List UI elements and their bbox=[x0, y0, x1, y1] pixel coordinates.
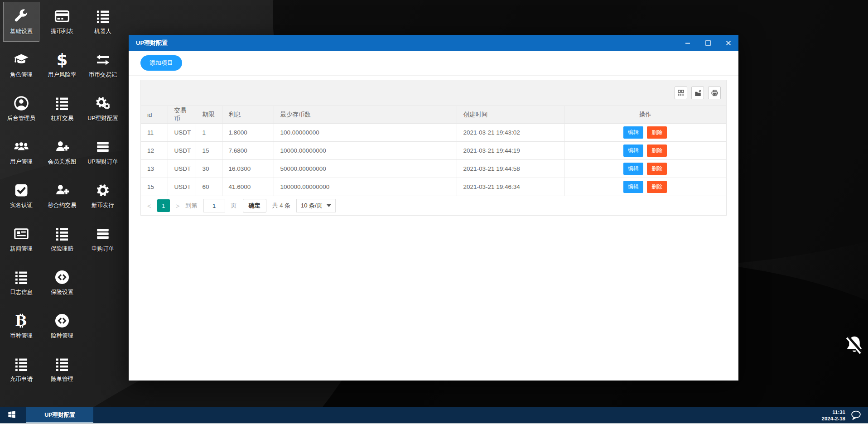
desktop-icon[interactable]: 保险设置 bbox=[44, 263, 80, 303]
desktop-icon[interactable]: 机器人 bbox=[85, 2, 121, 42]
delete-button[interactable]: 删除 bbox=[647, 126, 667, 139]
desktop-icon-label: 新币发行 bbox=[92, 202, 114, 209]
wrench-icon bbox=[14, 8, 29, 24]
desktop-icon[interactable]: 基础设置 bbox=[3, 2, 39, 42]
pager-next-button[interactable]: > bbox=[176, 202, 180, 210]
delete-button[interactable]: 删除 bbox=[647, 181, 667, 193]
print-button[interactable] bbox=[708, 87, 721, 99]
desktop-icon[interactable]: 申购订单 bbox=[85, 219, 121, 259]
table-row: 12USDT157.680010000.000000002021-03-21 1… bbox=[141, 142, 726, 160]
clock-time: 11:31 bbox=[822, 409, 845, 415]
desktop-icon[interactable]: 实名认证 bbox=[3, 176, 39, 216]
cell-actions: 编辑删除 bbox=[564, 160, 726, 178]
desktop-icon-label: 杠杆交易 bbox=[51, 115, 73, 122]
user-plus-icon bbox=[54, 182, 70, 198]
table-card: id交易币期限利息最少存币数创建时间操作 11USDT11.8000100.00… bbox=[140, 80, 727, 216]
start-button[interactable] bbox=[0, 407, 24, 423]
users-icon bbox=[14, 139, 29, 155]
cell-actions: 编辑删除 bbox=[564, 124, 726, 142]
edit-button[interactable]: 编辑 bbox=[623, 126, 643, 139]
minimize-button[interactable] bbox=[677, 35, 698, 51]
cell-actions: 编辑删除 bbox=[564, 142, 726, 160]
taskbar-clock: 11:31 2024-2-18 bbox=[822, 409, 845, 422]
cell-created_at: 2021-03-21 19:44:58 bbox=[457, 160, 564, 178]
desktop-icon[interactable]: 提币列表 bbox=[44, 2, 80, 42]
cell-id: 12 bbox=[141, 142, 168, 160]
desktop-icon[interactable]: 充币申请 bbox=[3, 350, 39, 390]
delete-button[interactable]: 删除 bbox=[647, 145, 667, 157]
desktop-icon-label: 会员关系图 bbox=[48, 158, 77, 166]
desktop-icon[interactable]: 角色管理 bbox=[3, 45, 39, 85]
cell-coin: USDT bbox=[168, 124, 196, 142]
chat-icon[interactable] bbox=[850, 410, 862, 420]
goto-confirm-button[interactable]: 确定 bbox=[243, 199, 266, 212]
cell-created_at: 2021-03-21 19:46:34 bbox=[457, 178, 564, 196]
cell-id: 11 bbox=[141, 124, 168, 142]
desktop-icon[interactable]: 用户管理 bbox=[3, 132, 39, 172]
desktop-icon-label: 充币申请 bbox=[10, 376, 33, 383]
close-button[interactable] bbox=[718, 35, 738, 51]
desktop-icon[interactable]: UP理财订单 bbox=[85, 132, 121, 172]
pager-page-1[interactable]: 1 bbox=[157, 199, 170, 212]
cell-min_deposit: 10000.00000000 bbox=[274, 142, 457, 160]
desktop-icon-label: 用户管理 bbox=[10, 158, 33, 166]
desktop-icon[interactable]: B币种管理 bbox=[3, 306, 39, 346]
svg-text:$: $ bbox=[57, 52, 68, 67]
columns-filter-icon bbox=[678, 90, 684, 96]
desktop-icon-label: 实名认证 bbox=[10, 202, 33, 209]
window-titlebar[interactable]: UP理财配置 bbox=[129, 35, 738, 51]
windows-logo-icon bbox=[7, 410, 16, 421]
desktop-icon[interactable]: 杠杆交易 bbox=[44, 89, 80, 129]
column-header: id bbox=[141, 106, 168, 124]
desktop-icon[interactable]: 保险理赔 bbox=[44, 219, 80, 259]
circle-brackets-icon bbox=[54, 313, 70, 329]
edit-button[interactable]: 编辑 bbox=[623, 145, 643, 157]
desktop-icon[interactable]: 秒合约交易 bbox=[44, 176, 80, 216]
table-toolbar bbox=[141, 80, 726, 106]
delete-button[interactable]: 删除 bbox=[647, 163, 667, 175]
desktop-icon[interactable]: 新币发行 bbox=[85, 176, 121, 216]
columns-filter-button[interactable] bbox=[675, 87, 687, 99]
desktop-icon[interactable]: $用户风险率 bbox=[44, 45, 80, 85]
cell-min_deposit: 100000.00000000 bbox=[274, 178, 457, 196]
desktop-icon[interactable]: UP理财配置 bbox=[85, 89, 121, 129]
export-icon bbox=[694, 90, 701, 96]
total-count-label: 共 4 条 bbox=[272, 202, 290, 210]
edit-button[interactable]: 编辑 bbox=[623, 181, 643, 193]
cell-id: 13 bbox=[141, 160, 168, 178]
pager-prev-button[interactable]: < bbox=[147, 202, 151, 210]
page-size-value: 10 条/页 bbox=[301, 202, 323, 210]
desktop-icon[interactable]: 日志信息 bbox=[3, 263, 39, 303]
cell-min_deposit: 100.00000000 bbox=[274, 124, 457, 142]
maximize-button[interactable] bbox=[698, 35, 718, 51]
desktop-icon-label: 提币列表 bbox=[51, 28, 73, 35]
bars-icon bbox=[95, 226, 111, 242]
taskbar-task-up-wealth-config[interactable]: UP理财配置 bbox=[26, 407, 93, 423]
taskbar-tray: 11:31 2024-2-18 bbox=[822, 407, 868, 423]
desktop-icon[interactable]: 会员关系图 bbox=[44, 132, 80, 172]
export-button[interactable] bbox=[691, 87, 704, 99]
edit-button[interactable]: 编辑 bbox=[623, 163, 643, 175]
desktop-icon[interactable]: 险种管理 bbox=[44, 306, 80, 346]
cell-created_at: 2021-03-21 19:43:02 bbox=[457, 124, 564, 142]
bell-muted-icon[interactable] bbox=[844, 334, 864, 357]
check-square-icon bbox=[14, 182, 29, 198]
desktop: 基础设置提币列表机器人角色管理$用户风险率币币交易记后台管理员杠杆交易UP理财配… bbox=[0, 0, 868, 424]
column-header: 创建时间 bbox=[457, 106, 564, 124]
desktop-icon[interactable]: 币币交易记 bbox=[85, 45, 121, 85]
gears-icon bbox=[95, 95, 111, 111]
column-header: 操作 bbox=[564, 106, 726, 124]
desktop-icon[interactable]: 后台管理员 bbox=[3, 89, 39, 129]
wealth-config-table: id交易币期限利息最少存币数创建时间操作 11USDT11.8000100.00… bbox=[141, 106, 726, 196]
goto-page-input[interactable] bbox=[203, 199, 225, 212]
add-project-button[interactable]: 添加项目 bbox=[140, 55, 182, 71]
newspaper-icon bbox=[14, 226, 29, 242]
admin-circle-icon bbox=[14, 95, 29, 111]
desktop-icon-label: 险种管理 bbox=[51, 332, 73, 340]
page-size-select[interactable]: 10 条/页 bbox=[296, 199, 336, 212]
desktop-icon-label: UP理财订单 bbox=[87, 158, 118, 166]
desktop-icon[interactable]: 险单管理 bbox=[44, 350, 80, 390]
desktop-icon[interactable]: 新闻管理 bbox=[3, 219, 39, 259]
gear-icon bbox=[95, 182, 111, 198]
taskbar: UP理财配置 11:31 2024-2-18 bbox=[0, 407, 868, 423]
